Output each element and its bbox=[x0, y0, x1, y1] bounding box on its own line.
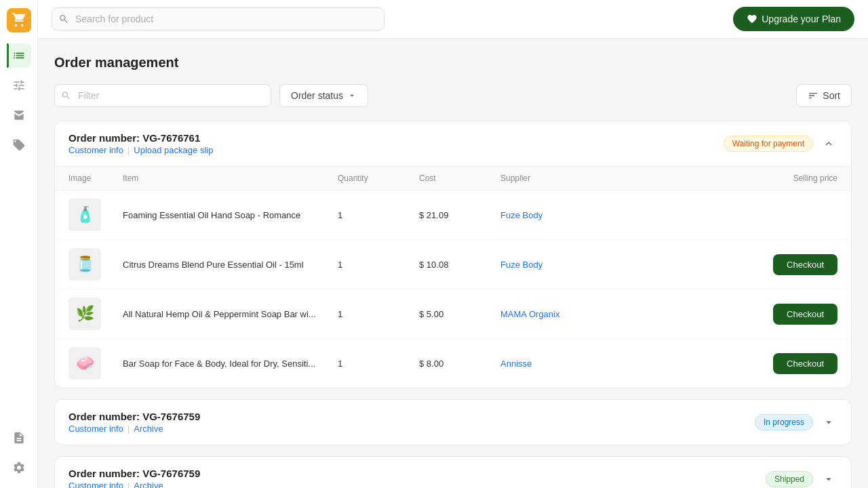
supplier-link[interactable]: Fuze Body bbox=[500, 260, 542, 270]
checkout-button[interactable]: Checkout bbox=[773, 304, 837, 325]
sidebar-item-documents[interactable] bbox=[7, 426, 31, 450]
item-cost: $ 10.08 bbox=[419, 260, 500, 270]
order-number-1: Order number: VG-7676761 bbox=[68, 132, 724, 144]
expand-btn-3[interactable] bbox=[820, 470, 837, 488]
filter-wrapper bbox=[54, 84, 271, 107]
search-icon bbox=[58, 14, 69, 24]
link-separator-3: | bbox=[127, 481, 130, 488]
item-cost: $ 21.09 bbox=[419, 210, 500, 220]
search-wrapper bbox=[52, 7, 384, 30]
sidebar-item-settings[interactable] bbox=[7, 455, 31, 480]
order-table-header-1: Image Item Quantity Cost Supplier Sellin… bbox=[55, 167, 851, 190]
order-header-3: Order number: VG-7676759 Customer info |… bbox=[55, 457, 851, 488]
item-cost: $ 5.00 bbox=[419, 309, 500, 319]
order-number-2: Order number: VG-7676759 bbox=[68, 411, 755, 422]
filter-search-icon bbox=[61, 91, 71, 101]
checkout-button[interactable]: Checkout bbox=[773, 254, 837, 275]
order-table-1: Image Item Quantity Cost Supplier Sellin… bbox=[55, 166, 851, 388]
sort-label: Sort bbox=[823, 90, 840, 101]
checkout-cell: Checkout bbox=[715, 304, 837, 325]
customer-info-link-1[interactable]: Customer info bbox=[68, 145, 123, 155]
product-emoji: 🫙 bbox=[68, 248, 101, 281]
table-row: 🧴 Foaming Essential Oil Hand Soap - Roma… bbox=[55, 190, 851, 240]
status-badge-2: In progress bbox=[755, 414, 813, 430]
page-title: Order management bbox=[54, 55, 852, 70]
supplier-link[interactable]: Fuze Body bbox=[500, 210, 542, 220]
supplier-link[interactable]: MAMA Organix bbox=[500, 309, 559, 319]
order-card-2: Order number: VG-7676759 Customer info |… bbox=[54, 399, 852, 445]
tags-icon bbox=[12, 138, 26, 152]
upgrade-button[interactable]: Upgrade your Plan bbox=[733, 7, 854, 31]
product-image: 🧴 bbox=[68, 199, 101, 231]
order-header-2: Order number: VG-7676759 Customer info |… bbox=[55, 400, 851, 445]
item-name: Foaming Essential Oil Hand Soap - Romanc… bbox=[123, 210, 338, 220]
filters-row: Order status Sort bbox=[54, 84, 852, 107]
item-supplier: Fuze Body bbox=[500, 209, 715, 221]
item-name: Citrus Dreams Blend Pure Essential Oil -… bbox=[123, 260, 338, 270]
main-content: Upgrade your Plan Order management Order… bbox=[38, 0, 868, 488]
supplier-link[interactable]: Annisse bbox=[500, 359, 532, 369]
content-area: Order management Order status Sort bbox=[38, 39, 868, 488]
table-row: 🌿 All Natural Hemp Oil & Peppermint Soap… bbox=[55, 289, 851, 339]
settings-icon bbox=[12, 461, 26, 474]
link-separator-2: | bbox=[127, 424, 130, 434]
order-card-3: Order number: VG-7676759 Customer info |… bbox=[54, 456, 852, 488]
app-logo bbox=[7, 8, 31, 33]
collapse-btn-1[interactable] bbox=[820, 135, 837, 152]
sidebar bbox=[0, 0, 38, 488]
table-row: 🧼 Bar Soap for Face & Body, Ideal for Dr… bbox=[55, 339, 851, 388]
order-header-1: Order number: VG-7676761 Customer info |… bbox=[55, 121, 851, 166]
item-supplier: Annisse bbox=[500, 357, 715, 369]
sidebar-item-tags[interactable] bbox=[7, 133, 31, 157]
table-row: 🫙 Citrus Dreams Blend Pure Essential Oil… bbox=[55, 240, 851, 289]
upload-slip-link-1[interactable]: Upload package slip bbox=[134, 145, 213, 155]
col-item: Item bbox=[123, 174, 338, 183]
archive-link-3[interactable]: Archive bbox=[134, 481, 163, 488]
sidebar-item-adjustments[interactable] bbox=[7, 73, 31, 98]
product-image: 🧼 bbox=[68, 347, 101, 380]
expand-btn-2[interactable] bbox=[820, 413, 837, 431]
item-qty: 1 bbox=[338, 210, 419, 220]
search-input[interactable] bbox=[52, 7, 384, 30]
store-icon bbox=[12, 108, 26, 122]
chevron-down-icon-3 bbox=[823, 473, 835, 485]
customer-info-link-3[interactable]: Customer info bbox=[68, 481, 123, 488]
sidebar-item-store[interactable] bbox=[7, 103, 31, 127]
order-links-1: Customer info | Upload package slip bbox=[68, 145, 724, 155]
item-supplier: MAMA Organix bbox=[500, 308, 715, 320]
item-cost: $ 8.00 bbox=[419, 359, 500, 369]
checkout-cell: Checkout bbox=[715, 353, 837, 374]
order-header-right-2: In progress bbox=[755, 413, 837, 431]
sidebar-item-orders[interactable] bbox=[7, 43, 31, 68]
filter-input[interactable] bbox=[54, 84, 271, 107]
order-links-2: Customer info | Archive bbox=[68, 424, 755, 434]
order-header-right-3: Shipped bbox=[766, 470, 837, 488]
order-header-right-1: Waiting for payment bbox=[724, 135, 837, 152]
upgrade-btn-label: Upgrade your Plan bbox=[762, 14, 841, 24]
link-separator-1: | bbox=[127, 145, 130, 155]
archive-link-2[interactable]: Archive bbox=[134, 424, 163, 434]
customer-info-link-2[interactable]: Customer info bbox=[68, 424, 123, 434]
col-quantity: Quantity bbox=[338, 174, 419, 183]
order-status-label: Order status bbox=[291, 90, 343, 101]
chevron-up-icon-1 bbox=[823, 138, 835, 150]
item-qty: 1 bbox=[338, 260, 419, 270]
chevron-down-icon-2 bbox=[823, 416, 835, 428]
order-links-3: Customer info | Archive bbox=[68, 481, 766, 488]
order-header-left-3: Order number: VG-7676759 Customer info |… bbox=[68, 468, 766, 488]
order-header-left-1: Order number: VG-7676761 Customer info |… bbox=[68, 132, 724, 155]
product-emoji: 🌿 bbox=[68, 298, 101, 330]
order-status-filter[interactable]: Order status bbox=[279, 84, 368, 107]
sort-button[interactable]: Sort bbox=[796, 84, 852, 107]
checkout-button[interactable]: Checkout bbox=[773, 353, 837, 374]
status-badge-3: Shipped bbox=[766, 471, 813, 487]
status-badge-1: Waiting for payment bbox=[724, 136, 813, 152]
chevron-down-icon bbox=[347, 91, 357, 100]
col-image: Image bbox=[68, 174, 123, 183]
product-image: 🌿 bbox=[68, 298, 101, 330]
adjustments-icon bbox=[12, 79, 26, 92]
logo-icon bbox=[12, 13, 26, 28]
heart-icon bbox=[747, 14, 757, 24]
sidebar-bottom bbox=[7, 426, 31, 480]
col-supplier: Supplier bbox=[500, 174, 715, 183]
